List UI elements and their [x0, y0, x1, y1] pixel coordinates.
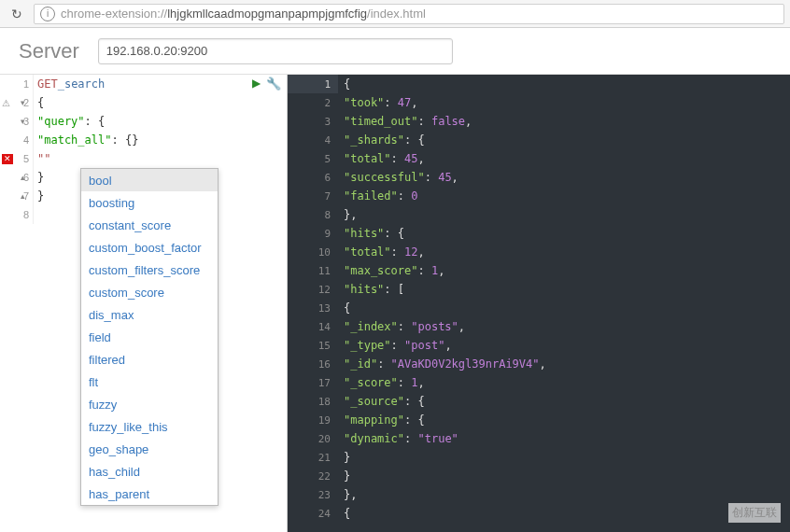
- response-line: "_score": 1,: [344, 373, 790, 392]
- response-line: "total": 45,: [344, 149, 790, 168]
- response-gutter-line: 8: [288, 205, 338, 224]
- gutter-line: 5✕: [0, 149, 33, 168]
- autocomplete-item[interactable]: boosting: [81, 191, 218, 214]
- autocomplete-item[interactable]: custom_boost_factor: [81, 236, 218, 259]
- gutter-line: 4: [0, 131, 33, 149]
- response-editor[interactable]: 123456789101112131415161718192021222324 …: [288, 75, 790, 532]
- response-line: "took": 47,: [344, 93, 790, 112]
- response-gutter-line: 4: [288, 131, 338, 149]
- response-line: "successful": 45,: [344, 168, 790, 187]
- response-gutter-line: 24: [288, 504, 338, 523]
- response-gutter-line: 21: [288, 448, 338, 467]
- response-line: "hits": [: [344, 280, 790, 299]
- gutter-line: 3▾: [0, 112, 33, 131]
- response-line: "_source": {: [344, 392, 790, 411]
- response-line: "_index": "posts",: [344, 317, 790, 336]
- gutter-line: 6▴: [0, 168, 33, 187]
- response-gutter-line: 9: [288, 224, 338, 243]
- gutter-line: 8: [0, 205, 33, 224]
- response-gutter-line: 16: [288, 355, 338, 373]
- response-gutter-line: 19: [288, 411, 338, 429]
- response-gutter-line: 1: [288, 75, 338, 93]
- response-gutter-line: 15: [288, 336, 338, 355]
- editor-line[interactable]: "match_all": {}: [37, 131, 287, 149]
- response-line: },: [344, 485, 790, 504]
- editor-line[interactable]: GET _search: [37, 75, 287, 93]
- editor-line[interactable]: {: [37, 93, 287, 112]
- response-line: "_type": "post",: [344, 336, 790, 355]
- autocomplete-item[interactable]: dis_max: [81, 303, 218, 326]
- main-split: ▶ 🔧 12▾⚠3▾45✕6▴7▴8 GET _search{ "query":…: [0, 75, 790, 532]
- response-line: "dynamic": "true": [344, 429, 790, 448]
- response-line: "mapping": {: [344, 411, 790, 429]
- autocomplete-item[interactable]: custom_score: [81, 281, 218, 303]
- response-line: "_shards": {: [344, 131, 790, 149]
- left-gutter: 12▾⚠3▾45✕6▴7▴8: [0, 75, 34, 224]
- watermark: 创新互联: [728, 503, 781, 523]
- server-bar: Server: [0, 28, 790, 75]
- response-gutter-line: 10: [288, 243, 338, 261]
- server-input[interactable]: [98, 38, 453, 64]
- gutter-line: 7▴: [0, 187, 33, 205]
- editor-line[interactable]: "query": {: [37, 112, 287, 131]
- response-gutter-line: 12: [288, 280, 338, 299]
- response-line: "total": 12,: [344, 243, 790, 261]
- response-line: },: [344, 205, 790, 224]
- response-gutter-line: 13: [288, 299, 338, 317]
- autocomplete-item[interactable]: fuzzy_like_this: [81, 415, 218, 438]
- response-gutter-line: 3: [288, 112, 338, 131]
- editor-line[interactable]: "": [37, 149, 287, 168]
- response-line: "failed": 0: [344, 187, 790, 205]
- autocomplete-item[interactable]: filtered: [81, 348, 218, 371]
- response-gutter-line: 18: [288, 392, 338, 411]
- autocomplete-item[interactable]: custom_filters_score: [81, 259, 218, 281]
- response-gutter-line: 6: [288, 168, 338, 187]
- request-editor-pane: ▶ 🔧 12▾⚠3▾45✕6▴7▴8 GET _search{ "query":…: [0, 75, 288, 532]
- autocomplete-item[interactable]: has_parent: [81, 483, 218, 505]
- response-gutter-line: 14: [288, 317, 338, 336]
- site-info-icon[interactable]: i: [40, 7, 55, 21]
- error-icon: ✕: [2, 154, 13, 164]
- autocomplete-item[interactable]: field: [81, 326, 218, 348]
- response-gutter-line: 2: [288, 93, 338, 112]
- response-gutter-line: 22: [288, 467, 338, 485]
- gutter-line: 1: [0, 75, 33, 93]
- response-line: {: [344, 75, 790, 93]
- response-line: "max_score": 1,: [344, 261, 790, 280]
- response-gutter-line: 11: [288, 261, 338, 280]
- response-line: }: [344, 448, 790, 467]
- autocomplete-item[interactable]: constant_score: [81, 214, 218, 236]
- autocomplete-item[interactable]: bool: [81, 169, 218, 191]
- autocomplete-popup: boolboostingconstant_scorecustom_boost_f…: [80, 168, 219, 506]
- response-gutter-line: 17: [288, 373, 338, 392]
- url-text: chrome-extension://lhjgkmllcaadmopgmanpa…: [61, 7, 426, 21]
- response-gutter-line: 7: [288, 187, 338, 205]
- autocomplete-item[interactable]: fuzzy: [81, 393, 218, 415]
- response-line: }: [344, 467, 790, 485]
- response-line: {: [344, 299, 790, 317]
- response-gutter-line: 23: [288, 485, 338, 504]
- server-label: Server: [19, 39, 79, 63]
- url-bar[interactable]: i chrome-extension://lhjgkmllcaadmopgman…: [34, 4, 784, 24]
- gutter-line: 2▾⚠: [0, 93, 33, 112]
- response-line: "timed_out": false,: [344, 112, 790, 131]
- autocomplete-item[interactable]: geo_shape: [81, 438, 218, 460]
- response-line: "_id": "AVaKD0V2kgl39nrAi9V4",: [344, 355, 790, 373]
- autocomplete-item[interactable]: has_child: [81, 460, 218, 483]
- response-line: "hits": {: [344, 224, 790, 243]
- warning-icon: ⚠: [2, 98, 10, 108]
- response-pane: 123456789101112131415161718192021222324 …: [288, 75, 790, 532]
- browser-toolbar: ↻ i chrome-extension://lhjgkmllcaadmopgm…: [0, 0, 790, 28]
- reload-button[interactable]: ↻: [6, 3, 28, 25]
- response-gutter-line: 20: [288, 429, 338, 448]
- response-gutter-line: 5: [288, 149, 338, 168]
- autocomplete-item[interactable]: flt: [81, 371, 218, 393]
- response-line: {: [344, 504, 790, 523]
